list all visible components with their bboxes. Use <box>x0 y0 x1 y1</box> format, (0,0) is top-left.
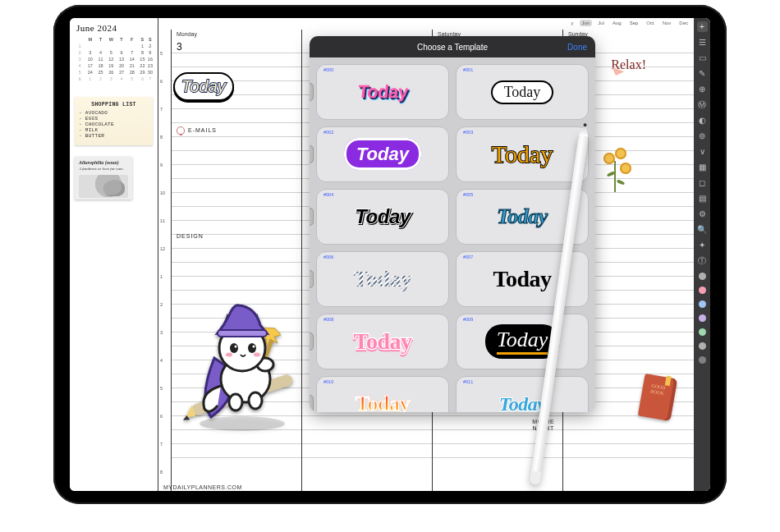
hour-label: 10 <box>158 190 171 218</box>
binder-clip-icon <box>310 145 314 163</box>
shopping-item: - EGGS <box>79 116 149 122</box>
month-tab[interactable]: Jun <box>580 20 593 26</box>
month-tab[interactable]: Sep <box>627 20 641 26</box>
template-number: #006 <box>323 255 333 259</box>
month-tab[interactable]: Oct <box>644 20 656 26</box>
toolbar-button[interactable]: Ⓜ <box>697 99 708 110</box>
today-sticker[interactable]: Today <box>181 77 226 96</box>
toolbar-button[interactable]: ☰ <box>697 37 708 48</box>
template-option[interactable]: #009Today <box>456 314 589 369</box>
template-number: #005 <box>463 192 473 197</box>
toolbar-color-dot[interactable] <box>699 287 706 294</box>
binder-clip-icon <box>310 332 314 351</box>
template-number: #000 <box>323 67 333 72</box>
svg-rect-11 <box>218 330 267 337</box>
hour-label: 2 <box>158 302 171 330</box>
svg-point-17 <box>254 353 260 357</box>
month-tab[interactable]: Dec <box>677 20 691 26</box>
toolbar-button[interactable]: ◐ <box>697 115 708 126</box>
toolbar-button[interactable]: ✎ <box>697 68 708 79</box>
toolbar-button[interactable]: ⊚ <box>697 131 708 141</box>
event-label[interactable]: DESIGN <box>177 233 204 239</box>
quote-definition: A fondness or love for cats. <box>79 167 128 172</box>
toolbar-button[interactable]: ▦ <box>697 162 708 172</box>
svg-point-16 <box>226 353 232 357</box>
svg-point-19 <box>249 392 262 409</box>
toolbar-color-dot[interactable] <box>699 273 706 280</box>
hour-label: 7 <box>158 107 171 135</box>
template-option[interactable]: #002Today <box>316 126 449 182</box>
hour-label: 7 <box>158 442 171 470</box>
day-name: Monday <box>172 30 301 41</box>
toolbar-button[interactable]: ⊕ <box>697 84 708 94</box>
mini-calendar[interactable]: MTWTFSS 11223456789310111213141516417181… <box>75 36 153 82</box>
binder-clip-icon <box>310 83 314 101</box>
svg-point-14 <box>248 343 256 353</box>
cat-photo <box>79 175 128 198</box>
template-option[interactable]: #011Today <box>456 376 589 412</box>
template-number: #010 <box>323 379 333 384</box>
month-tab[interactable]: Aug <box>610 20 624 26</box>
left-sidebar: June 2024 MTWTFSS 1122345678931011121314… <box>70 18 158 491</box>
toolbar-color-dot[interactable] <box>699 342 706 350</box>
template-number: #011 <box>463 379 473 384</box>
hour-label: 6 <box>158 414 171 442</box>
template-number: #007 <box>463 255 473 259</box>
relax-sticker[interactable]: Relax! <box>611 57 646 72</box>
toolbar-button[interactable]: ∨ <box>697 146 708 157</box>
done-button[interactable]: Done <box>567 43 587 52</box>
svg-point-18 <box>229 394 242 410</box>
hour-label: 8 <box>158 135 171 163</box>
toolbar-button[interactable]: Ⓣ <box>697 255 708 266</box>
hour-label: 12 <box>158 246 171 274</box>
month-title: June 2024 <box>76 23 153 33</box>
template-option[interactable]: #010Today <box>316 376 449 412</box>
bell-icon <box>177 126 185 135</box>
hour-label: 9 <box>158 163 171 190</box>
toolbar-color-dot[interactable] <box>699 314 706 322</box>
footer-url: MYDAILYPLANNERS.COM <box>163 484 242 490</box>
template-option[interactable]: #001Today <box>456 64 589 120</box>
toolbar-button[interactable]: ▤ <box>697 193 708 204</box>
svg-point-0 <box>200 416 285 431</box>
toolbar-color-dot[interactable] <box>699 328 706 336</box>
flower-sticker[interactable] <box>600 148 630 192</box>
wizard-cat-sticker[interactable] <box>181 300 305 432</box>
template-option[interactable]: #000Today <box>316 64 449 120</box>
event-label[interactable]: E-MAILS <box>177 126 217 135</box>
month-tab[interactable]: Nov <box>660 20 674 26</box>
month-tabs[interactable]: yJunJulAugSepOctNovDec <box>569 20 691 26</box>
template-option[interactable]: #003Today <box>456 126 589 182</box>
quote-word: Ailurophilia (noun) <box>79 160 128 165</box>
quote-card: Ailurophilia (noun) A fondness or love f… <box>75 157 132 200</box>
template-option[interactable]: #004Today <box>316 189 449 245</box>
toolbar-button[interactable]: ◻ <box>697 177 708 188</box>
toolbar-button[interactable]: ✦ <box>697 240 708 250</box>
hour-label: 11 <box>158 218 171 246</box>
shopping-item: - MILK <box>79 127 149 133</box>
shopping-header: SHOPPING LIST <box>79 102 149 108</box>
hour-label: 5 <box>158 51 171 79</box>
ipad-frame: June 2024 MTWTFSS 1122345678931011121314… <box>53 5 727 504</box>
hour-label: 5 <box>158 386 171 414</box>
shopping-item: - BUTTER <box>79 133 149 139</box>
template-option[interactable]: #008Today <box>316 314 449 369</box>
toolbar-add-button[interactable]: + <box>697 21 708 32</box>
shopping-item: - CHOCOLATE <box>79 122 149 127</box>
template-option[interactable]: #006Today <box>316 251 449 307</box>
toolbar-button[interactable]: ⚙ <box>697 209 708 219</box>
toolbar-color-dot[interactable] <box>699 356 706 364</box>
app-toolbar[interactable]: +☰▭✎⊕Ⓜ◐⊚∨▦◻▤⚙🔍✦Ⓣ <box>694 18 710 491</box>
hour-label: 1 <box>158 274 171 302</box>
svg-point-13 <box>235 346 237 348</box>
hours-column: 567891011121234567891011 <box>158 30 172 491</box>
month-tab[interactable]: y <box>569 20 576 26</box>
toolbar-button[interactable]: 🔍 <box>697 224 708 235</box>
month-tab[interactable]: Jul <box>595 20 607 26</box>
toolbar-button[interactable]: ▭ <box>697 53 708 63</box>
hour-label: 3 <box>158 330 171 358</box>
toolbar-color-dot[interactable] <box>699 300 706 308</box>
modal-titlebar: Choose a Template Done <box>310 36 595 57</box>
template-number: #004 <box>323 192 333 197</box>
template-number: #008 <box>323 317 333 322</box>
